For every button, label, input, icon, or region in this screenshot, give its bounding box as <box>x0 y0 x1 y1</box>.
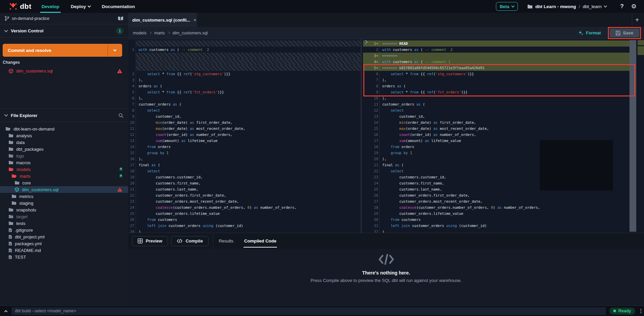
tree-item-dbt-project-yml[interactable]: dbt_project.yml <box>0 233 128 240</box>
code-line-8[interactable]: 8 select <box>128 107 361 113</box>
commit-and-resolve-button[interactable]: Commit and resolve <box>3 44 122 57</box>
code-line-6[interactable]: 6), <box>128 95 361 101</box>
code-line-19[interactable]: 19 customers.customer_id, <box>128 174 361 180</box>
code-line-10[interactable]: 10 min(order_date) as first_order_date, <box>128 119 361 125</box>
help-icon[interactable]: ? <box>620 3 623 10</box>
code-line-32[interactable]: 32) <box>363 229 629 233</box>
project-breadcrumb[interactable]: dbt Learn - mwong / dbt_learn <box>527 4 607 9</box>
close-icon[interactable]: × <box>194 18 196 23</box>
tree-item-test[interactable]: TEST <box>0 254 128 260</box>
code-line-28[interactable]: 28 coalesce(customer_orders.number_of_or… <box>363 204 629 210</box>
breadcrumb-file[interactable]: dim_customers.sql <box>173 31 208 35</box>
search-icon[interactable] <box>118 113 123 118</box>
code-line-20[interactable]: 20 customers.first_name, <box>128 180 361 186</box>
code-line-5[interactable]: 5 select * from {{ ref('fct_orders')}} <box>128 89 361 95</box>
nav-deploy[interactable]: Deploy <box>71 0 90 13</box>
code-line-9[interactable]: 9 customer_id, <box>128 113 361 119</box>
dbt-logo[interactable]: dbt <box>9 2 31 11</box>
tree-item-analysis[interactable]: analysis <box>0 132 128 139</box>
code-line-14[interactable]: 14 min(order_date) as first_order_date, <box>363 119 629 125</box>
file-explorer-header[interactable]: File Explorer <box>0 109 128 122</box>
save-button[interactable]: Save <box>610 29 639 37</box>
tree-item-models[interactable]: modelsM <box>0 166 128 173</box>
code-line-1[interactable]: 1with customers as ( -- comment 2 <box>128 47 361 53</box>
tree-item-macros[interactable]: macros <box>0 159 128 166</box>
code-line-14[interactable]: 14 from orders <box>128 144 361 150</box>
code-line-25[interactable]: 25 customer_orders.lifetime_value <box>128 210 361 217</box>
diff-pane-current[interactable]: 1with customers as ( -- comment 22 selec… <box>128 39 362 233</box>
code-line-12[interactable]: 12 count(order_id) as number_of_orders, <box>128 132 361 138</box>
tree-item--gitignore[interactable]: .gitignore <box>0 227 128 233</box>
code-line-27[interactable]: 27 left join customer_orders using (cust… <box>128 223 361 229</box>
code-line-1[interactable]: 1+<<<<<<< HEAD <box>363 40 629 47</box>
tree-item-metrics[interactable]: metrics <box>0 193 128 200</box>
code-line-17[interactable]: 17final as ( <box>128 162 361 168</box>
nav-documentation[interactable]: Documentation <box>102 0 135 13</box>
tab-dim-customers[interactable]: dim_customers.sql (confli... × <box>128 13 197 27</box>
code-line-13[interactable]: 13 sum(amount) as lifetime_value <box>128 138 361 144</box>
command-input[interactable] <box>11 307 606 315</box>
tree-item-tests[interactable]: tests <box>0 220 128 227</box>
code-line-27[interactable]: 27 customer_orders.most_recent_order_dat… <box>363 198 629 204</box>
new-tab-button[interactable]: + <box>632 13 642 27</box>
code-line-26[interactable]: 26 from customers <box>128 217 361 223</box>
tree-item-dbt-learn-on-demand[interactable]: dbt-learn-on-demand <box>0 125 128 132</box>
code-line-29[interactable]: 29 customer_orders.lifetime_value <box>363 210 629 217</box>
gear-icon[interactable]: ⚙ <box>631 3 637 10</box>
tree-item-logs[interactable]: logs <box>0 152 128 159</box>
code-line-13[interactable]: 13 customer_id, <box>363 113 629 119</box>
nav-develop[interactable]: Develop <box>41 0 59 13</box>
commit-options-caret[interactable] <box>108 44 122 56</box>
code-line-18[interactable]: 18 select <box>128 168 361 174</box>
format-button[interactable]: Format <box>578 30 601 35</box>
code-line-3[interactable]: 3), <box>128 77 361 83</box>
code-line-7[interactable]: 7customer_orders as ( <box>128 101 361 107</box>
code-line-11[interactable]: 11 max(order_date) as most_recent_order_… <box>128 125 361 132</box>
environment-name: dbt_learn <box>583 4 601 9</box>
code-line-11[interactable]: 11customer_orders as ( <box>363 101 629 107</box>
breadcrumb-marts[interactable]: marts <box>154 31 165 35</box>
version-control-header[interactable]: Version Control 1 <box>0 24 128 38</box>
code-line-26[interactable]: 26 customer_orders.first_order_date, <box>363 192 629 198</box>
tree-item-marts[interactable]: martsM <box>0 173 128 179</box>
code-line-16[interactable]: 16), <box>128 156 361 162</box>
line-number: 5 <box>128 89 136 95</box>
tree-item-dbt-packages[interactable]: dbt_packages <box>0 146 128 152</box>
code-line-21[interactable]: 21 customers.last_name, <box>128 186 361 192</box>
docs-book-icon[interactable] <box>118 16 123 21</box>
tree-item-staging[interactable]: staging <box>0 200 128 206</box>
code-line-12[interactable]: 12 select <box>363 107 629 113</box>
code-line-15[interactable]: 15 group by 1 <box>128 150 361 156</box>
tree-item-dim-customers-sql[interactable]: dim_customers.sql <box>0 186 128 193</box>
code-line-28[interactable]: 28) <box>128 229 361 233</box>
breadcrumb-models[interactable]: models <box>133 31 146 35</box>
code-line-30[interactable]: 30 from customers <box>363 217 629 223</box>
code-line-15[interactable]: 15 max(order_date) as most_recent_order_… <box>363 125 629 132</box>
code-line-3[interactable]: 3+======= <box>363 53 629 59</box>
beta-dropdown[interactable]: Beta <box>496 2 517 11</box>
code-line-2[interactable]: 2with customers as ( -- comment 2 <box>363 47 629 53</box>
tab-compiled-code[interactable]: Compiled Code <box>239 233 282 249</box>
tree-item-target[interactable]: target <box>0 213 128 220</box>
preview-button[interactable]: Preview <box>132 236 168 246</box>
tree-item-packages-yml[interactable]: packages.yml <box>0 240 128 247</box>
tree-item-core[interactable]: core <box>0 179 128 186</box>
tree-item-data[interactable]: data <box>0 139 128 146</box>
line-number: 3 <box>128 77 136 83</box>
code-line-2[interactable]: 2 select * from {{ ref('stg_customers')}… <box>128 71 361 77</box>
modified-badge: M <box>120 167 122 172</box>
code-line-22[interactable]: 22 customer_orders.first_order_date, <box>128 192 361 198</box>
chevron-up-icon[interactable] <box>0 309 11 313</box>
changed-file-row[interactable]: dim_customers.sql <box>0 67 128 75</box>
tree-item-snapshots[interactable]: snapshots <box>0 206 128 213</box>
tab-results[interactable]: Results <box>213 233 239 249</box>
code-line-31[interactable]: 31 left join customer_orders using (cust… <box>363 223 629 229</box>
code-line-4[interactable]: 4orders as ( <box>128 83 361 89</box>
file-explorer-title: File Explorer <box>11 113 37 118</box>
tree-item-readme-md[interactable]: README.md <box>0 247 128 254</box>
compile-button[interactable]: Compile <box>171 236 208 246</box>
code-line-16[interactable]: 16 count(order_id) as number_of_orders, <box>363 132 629 138</box>
code-line-24[interactable]: 24 coalesce(customer_orders.number_of_or… <box>128 204 361 210</box>
code-line-23[interactable]: 23 customer_orders.most_recent_order_dat… <box>128 198 361 204</box>
kebab-menu-icon[interactable]: ⋮ <box>639 308 644 314</box>
